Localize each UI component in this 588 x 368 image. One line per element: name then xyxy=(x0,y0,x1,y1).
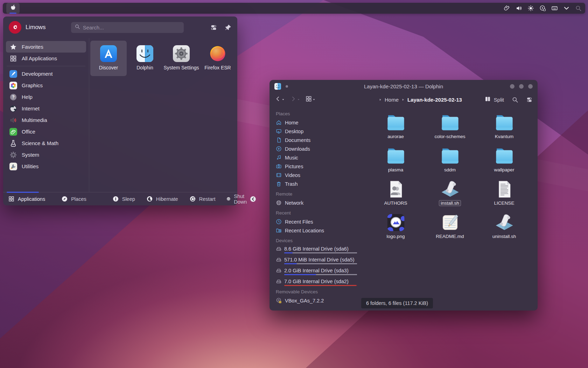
view-mode-button[interactable] xyxy=(305,95,316,104)
place-item-pictures[interactable]: Pictures xyxy=(276,162,357,171)
place-item-home[interactable]: Home xyxy=(276,118,357,127)
window-titlebar[interactable]: Layan-kde-2025-02-13 — Dolphin xyxy=(270,80,538,93)
brightness-icon[interactable] xyxy=(527,5,534,12)
place-item-desktop[interactable]: Desktop xyxy=(276,127,357,136)
drive-icon xyxy=(276,257,282,263)
window-button-maximize[interactable] xyxy=(519,84,524,89)
optical-disc-icon[interactable] xyxy=(539,5,546,12)
authors-file-icon xyxy=(386,179,406,199)
file-grid: auroraecolor-schemesKvantumplasmasddmwal… xyxy=(369,113,531,246)
device-item[interactable]: 8.6 GiB Internal Drive (sda6) xyxy=(276,245,357,253)
collapse-button[interactable] xyxy=(250,196,257,203)
file-item-sddm[interactable]: sddm xyxy=(423,146,477,179)
file-item-uninstall.sh[interactable]: uninstall.sh xyxy=(477,213,531,246)
file-item-aurorae[interactable]: aurorae xyxy=(369,113,423,146)
menu-button[interactable] xyxy=(526,96,533,103)
breadcrumb-item[interactable]: Home xyxy=(385,97,399,103)
desktop-icon xyxy=(276,128,282,134)
sidebar-item-multimedia[interactable]: Multimedia xyxy=(6,114,86,126)
sidebar-item-favorites[interactable]: Favorites xyxy=(6,41,86,53)
place-item-vbox-gas-7-2-2[interactable]: VBox_GAs_7.2.2 xyxy=(276,296,357,305)
file-item-kvantum[interactable]: Kvantum xyxy=(477,113,531,146)
vbox-disc-icon xyxy=(276,298,282,304)
places-panel: PlacesHomeDesktopDocumentsDownloadsMusic… xyxy=(270,107,357,311)
action-hibernate[interactable]: Hibernate xyxy=(146,193,178,205)
place-item-network[interactable]: Network xyxy=(276,198,357,207)
place-item-music[interactable]: Music xyxy=(276,153,357,162)
pin-icon[interactable] xyxy=(224,24,232,31)
toggles-icon[interactable] xyxy=(210,24,217,31)
section-title: Remote xyxy=(276,191,357,197)
app-discover[interactable]: Discover xyxy=(90,41,127,76)
app-system-settings[interactable]: System Settings xyxy=(163,41,200,76)
folder-icon xyxy=(495,146,514,166)
dolphin-toolbar: HomeLayan-kde-2025-02-13 Split xyxy=(270,93,538,107)
search-input[interactable] xyxy=(83,25,180,30)
split-button[interactable]: Split xyxy=(484,96,504,103)
music-icon xyxy=(276,155,282,161)
clipboard-icon[interactable] xyxy=(504,5,510,12)
search-icon[interactable] xyxy=(575,5,582,12)
forward-button[interactable] xyxy=(290,95,300,104)
file-item-authors[interactable]: AUTHORS xyxy=(369,179,423,213)
action-label: Sleep xyxy=(122,196,135,202)
action-shut-down[interactable]: Shut Down xyxy=(226,193,249,205)
file-item-license[interactable]: LICENSE xyxy=(477,179,531,213)
app-firefox-esr[interactable]: Firefox ESR xyxy=(200,41,236,76)
grid-view-icon xyxy=(305,95,312,104)
script-file-icon xyxy=(495,213,514,232)
split-icon xyxy=(484,96,491,103)
license-file-icon xyxy=(495,179,514,199)
readme-file-icon xyxy=(440,213,460,232)
file-item-color-schemes[interactable]: color-schemes xyxy=(423,113,477,146)
network-icon xyxy=(276,200,282,206)
sidebar-item-development[interactable]: Development xyxy=(6,68,86,80)
sidebar-item-all-applications[interactable]: All Applications xyxy=(6,53,86,64)
sidebar-item-science-math[interactable]: Science & Math xyxy=(6,137,86,149)
place-item-documents[interactable]: Documents xyxy=(276,136,357,144)
search-button[interactable] xyxy=(512,96,518,103)
file-item-readme.md[interactable]: README.md xyxy=(423,213,477,246)
sidebar-item-system[interactable]: System xyxy=(6,149,86,161)
device-item[interactable]: 571.0 MiB Internal Drive (sda5) xyxy=(276,256,357,264)
discover-icon xyxy=(100,45,117,62)
action-restart[interactable]: Restart xyxy=(189,193,216,205)
sidebar-item-graphics[interactable]: Graphics xyxy=(6,80,86,91)
place-item-recent-files[interactable]: Recent Files xyxy=(276,217,357,226)
action-sleep[interactable]: Sleep xyxy=(112,193,135,205)
sidebar-item-office[interactable]: Office xyxy=(6,126,86,137)
place-label: Network xyxy=(285,200,303,206)
footer-tab-applications[interactable]: Applications xyxy=(8,196,45,202)
dolphin-icon xyxy=(136,45,153,62)
sidebar-item-help[interactable]: ?Help xyxy=(6,91,86,103)
launcher-search[interactable] xyxy=(71,22,184,33)
footer-tab-places[interactable]: Places xyxy=(61,196,86,202)
file-item-logo.png[interactable]: logo.png xyxy=(369,213,423,246)
breadcrumb-item[interactable]: Layan-kde-2025-02-13 xyxy=(407,97,462,103)
file-item-wallpaper[interactable]: wallpaper xyxy=(477,146,531,179)
sidebar-item-label: Help xyxy=(22,94,33,100)
app-dolphin[interactable]: Dolphin xyxy=(127,41,163,76)
apple-menu-button[interactable] xyxy=(6,3,20,14)
keyboard-icon[interactable] xyxy=(551,5,558,12)
session-actions: SleepHibernateRestartShut Down xyxy=(112,193,250,205)
volume-icon[interactable] xyxy=(516,5,522,12)
sidebar-item-label: Favorites xyxy=(22,44,43,50)
file-item-install.sh[interactable]: install.sh xyxy=(423,179,477,213)
device-item[interactable]: 2.0 GiB Internal Drive (sda3) xyxy=(276,267,357,275)
sidebar-item-utilities[interactable]: Utilities xyxy=(6,161,86,172)
active-tab-indicator xyxy=(7,192,39,193)
place-item-trash[interactable]: Trash xyxy=(276,179,357,188)
file-item-plasma[interactable]: plasma xyxy=(369,146,423,179)
place-item-recent-locations[interactable]: Recent Locations xyxy=(276,226,357,235)
window-button-minimize[interactable] xyxy=(510,84,514,89)
shutdown-icon xyxy=(226,196,231,202)
place-item-downloads[interactable]: Downloads xyxy=(276,144,357,153)
window-button-close[interactable] xyxy=(528,84,533,89)
place-item-videos[interactable]: Videos xyxy=(276,171,357,179)
chevron-down-icon[interactable] xyxy=(563,5,570,12)
back-button[interactable] xyxy=(274,95,285,104)
hibernate-icon xyxy=(146,196,153,202)
sidebar-item-internet[interactable]: Internet xyxy=(6,103,86,114)
device-item[interactable]: 7.0 GiB Internal Drive (sda2) xyxy=(276,278,357,286)
